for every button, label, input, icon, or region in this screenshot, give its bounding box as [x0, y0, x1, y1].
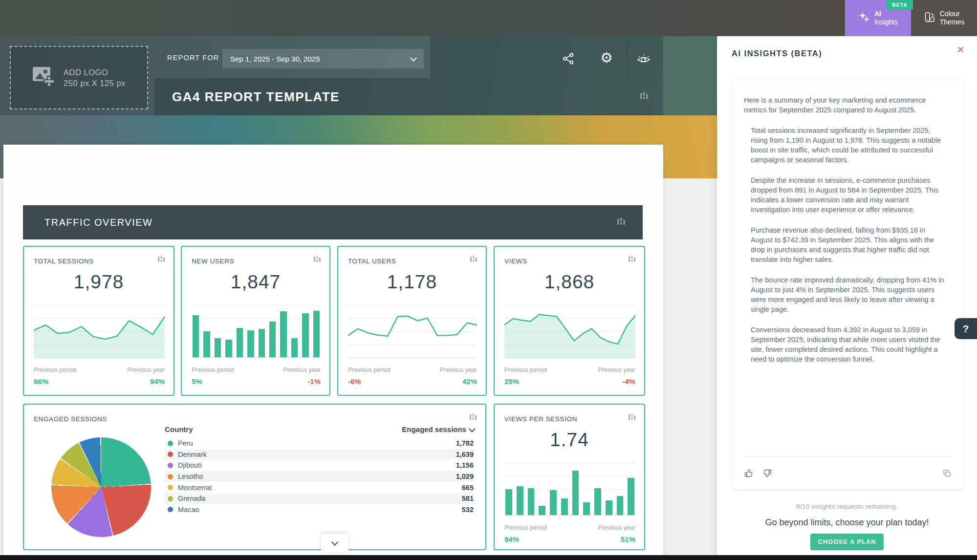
- sort-chevron-icon: [469, 425, 476, 432]
- table-row: Djibouti1,156: [165, 460, 475, 471]
- widget-chart-icon[interactable]: [313, 255, 322, 265]
- choose-a-plan-button[interactable]: CHOOSE A PLAN: [810, 534, 884, 550]
- bar: [583, 502, 590, 515]
- legend-dot: [168, 474, 173, 479]
- expand-table-button[interactable]: [321, 534, 348, 552]
- country-name: Denmark: [178, 451, 207, 458]
- legend-dot: [168, 463, 173, 468]
- prev-period-value: 5%: [192, 377, 202, 386]
- legend-dot: [168, 507, 173, 512]
- ai-feedback-bar: [744, 456, 952, 489]
- bar: [517, 486, 523, 515]
- copy-icon[interactable]: [942, 469, 952, 478]
- beta-badge: BETA: [887, 0, 913, 9]
- widget-chart-icon[interactable]: [628, 255, 636, 265]
- ai-panel-title: AI INSIGHTS (BETA): [732, 49, 822, 58]
- new-users-sparkline: [192, 305, 321, 358]
- thumbs-down-icon[interactable]: [763, 469, 772, 478]
- ai-paragraph: Conversions decreased from 4,392 in Augu…: [751, 325, 949, 364]
- table-row: Lesotho1,029: [165, 471, 475, 482]
- add-logo-dropzone[interactable]: ADD LOGO 250 px X 125 px: [10, 46, 148, 109]
- widget-new-users: NEW USERS 1,847 Previous periodPrevious …: [181, 246, 330, 396]
- prev-period-label: Previous period: [34, 366, 76, 373]
- colour-themes-label-line1: Colour: [940, 10, 960, 18]
- table-row: Peru1,782: [165, 438, 475, 449]
- widget-chart-icon[interactable]: [469, 255, 478, 265]
- column-header-engaged-sessions[interactable]: Engaged sessions: [402, 425, 475, 433]
- bar: [594, 488, 601, 515]
- bar: [505, 489, 512, 516]
- country-name: Macao: [178, 506, 199, 514]
- prev-period-value: -6%: [348, 377, 361, 386]
- logo-size-hint: 250 px X 125 px: [64, 79, 126, 87]
- engaged-sessions-value: 581: [462, 495, 474, 502]
- app: AI Insights Colour Themes BETA ADD LOGO …: [0, 0, 977, 560]
- prev-period-label: Previous period: [192, 366, 234, 373]
- add-image-icon: [32, 66, 56, 89]
- bar: [550, 490, 557, 515]
- prev-year-value: 51%: [621, 535, 635, 543]
- table-row: Montserrat665: [165, 482, 475, 493]
- engaged-sessions-table: Country Engaged sessions Peru1,782Denmar…: [165, 425, 475, 515]
- report-title-chart-icon[interactable]: [639, 91, 649, 103]
- widget-title: VIEWS PER SESSION: [504, 415, 577, 423]
- prev-period-value: 25%: [504, 377, 519, 386]
- header-overlay: [430, 36, 663, 115]
- colour-themes-button[interactable]: Colour Themes: [911, 0, 977, 36]
- table-row: Macao532: [165, 504, 475, 516]
- bar: [302, 313, 308, 357]
- prev-period-label: Previous period: [504, 524, 547, 531]
- views-sparkline: [504, 305, 635, 358]
- bar: [259, 329, 265, 357]
- bar: [291, 338, 298, 357]
- widget-chart-icon[interactable]: [157, 255, 166, 265]
- widget-chart-icon[interactable]: [469, 412, 478, 423]
- colour-themes-label-line2: Themes: [940, 18, 965, 26]
- report-page: TRAFFIC OVERVIEW TOTAL SESSIONS 1,978 Pr…: [3, 145, 663, 555]
- bar: [561, 498, 568, 515]
- date-range-select[interactable]: Sep 1, 2025 - Sep 30, 2025: [222, 49, 424, 68]
- widget-views-per-session: VIEWS PER SESSION 1.74 Previous periodPr…: [494, 404, 645, 550]
- widget-title: NEW USERS: [192, 258, 234, 265]
- header-divider: [627, 41, 628, 77]
- table-row: Grenada581: [165, 493, 475, 504]
- add-logo-label: ADD LOGO: [64, 68, 108, 77]
- country-name: Peru: [178, 439, 193, 447]
- prev-year-label: Previous year: [598, 524, 635, 531]
- bar: [203, 331, 210, 358]
- bar: [269, 322, 276, 357]
- prev-year-value: 94%: [150, 377, 165, 386]
- bar: [606, 500, 612, 515]
- widget-title: TOTAL SESSIONS: [34, 258, 94, 265]
- widget-total-sessions: TOTAL SESSIONS 1,978 Previous periodPrev…: [23, 246, 174, 396]
- table-header-row: Country Engaged sessions: [165, 425, 475, 438]
- widget-value: 1,868: [495, 271, 644, 293]
- prev-year-label: Previous year: [283, 366, 321, 373]
- widget-views: VIEWS 1,868 Previous periodPrevious year…: [494, 246, 645, 396]
- ai-paragraph: Total sessions increased significantly i…: [751, 126, 949, 165]
- thumbs-up-icon[interactable]: [744, 469, 753, 478]
- help-button[interactable]: ?: [955, 318, 977, 339]
- country-name: Montserrat: [178, 484, 212, 492]
- legend-dot: [168, 441, 173, 446]
- ai-paragraph: Despite the increase in sessions, e-comm…: [751, 175, 949, 215]
- widget-value: 1,978: [24, 271, 174, 293]
- widget-chart-icon[interactable]: [628, 412, 636, 423]
- engaged-sessions-pie-chart: [51, 437, 151, 537]
- ai-summary-card: Here is a summary of your key marketing …: [732, 78, 964, 490]
- views-per-session-sparkline: [504, 463, 635, 516]
- engaged-table-rows: Peru1,782Denmark1,639Djibouti1,156Lesoth…: [165, 438, 475, 515]
- bar: [617, 496, 624, 515]
- gear-icon[interactable]: ⚙: [599, 50, 614, 65]
- close-icon[interactable]: ×: [957, 43, 964, 56]
- bar: [215, 338, 221, 357]
- report-for-label: REPORT FOR: [167, 54, 219, 62]
- table-row: Denmark1,639: [165, 449, 475, 460]
- preview-eye-icon[interactable]: [636, 52, 651, 66]
- report-title: GA4 REPORT TEMPLATE: [172, 78, 340, 115]
- ai-paragraph: Here is a summary of your key marketing …: [744, 95, 949, 115]
- share-icon[interactable]: [561, 51, 576, 66]
- bar: [280, 311, 286, 357]
- section-chart-icon[interactable]: [616, 216, 626, 229]
- country-name: Grenada: [178, 495, 205, 502]
